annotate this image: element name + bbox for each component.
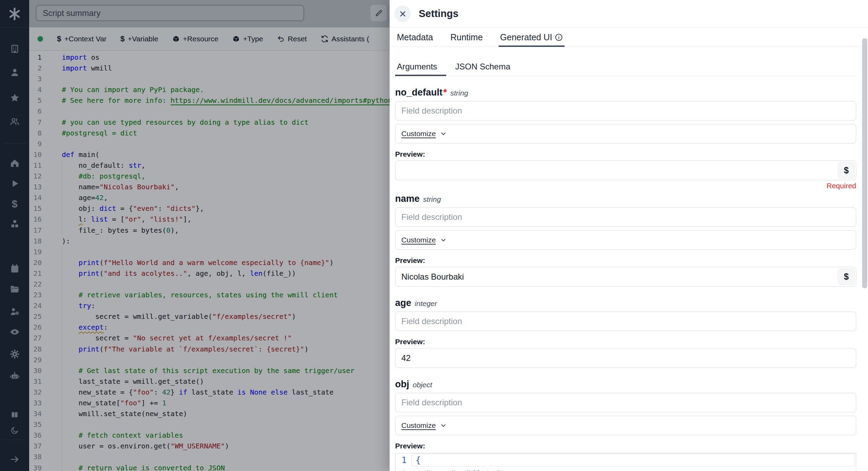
- required-asterisk: *: [443, 86, 447, 98]
- field-no_default: no_default*stringCustomize Preview:$Requ…: [395, 86, 856, 190]
- info-icon: [554, 33, 563, 42]
- preview-label: Preview:: [395, 256, 856, 265]
- chevron-down-icon: [440, 130, 447, 138]
- preview-label: Preview:: [395, 441, 856, 450]
- tab-label: Metadata: [397, 32, 433, 42]
- tab-generated-ui[interactable]: Generated UI: [500, 28, 563, 47]
- field-type: integer: [415, 298, 437, 309]
- fields-container: no_default*stringCustomize Preview:$Requ…: [395, 86, 856, 471]
- field-type: object: [413, 379, 432, 391]
- preview-label: Preview:: [395, 337, 856, 346]
- field-name-preview-input[interactable]: [395, 267, 856, 287]
- field-age: ageintegerPreview:: [395, 297, 856, 368]
- settings-drawer: Settings MetadataRuntimeGenerated UI Arg…: [390, 0, 868, 471]
- field-name-description-input[interactable]: [395, 207, 856, 227]
- field-name: no_default: [395, 86, 443, 98]
- tab-label: Generated UI: [500, 32, 552, 42]
- customize-section: Customize: [395, 124, 856, 143]
- customize-label: Customize: [401, 130, 436, 138]
- field-label: objobject: [395, 378, 856, 391]
- field-no_default-preview-input[interactable]: [395, 160, 856, 180]
- customize-label: Customize: [401, 421, 436, 430]
- json-code-text: "even": "dicts": [411, 467, 856, 471]
- tab-metadata[interactable]: Metadata: [397, 28, 433, 47]
- modal-overlay[interactable]: [0, 0, 390, 471]
- insert-variable-button[interactable]: $: [838, 268, 854, 285]
- drawer-header: Settings: [390, 0, 868, 28]
- customize-section: Customize: [395, 230, 856, 250]
- field-name: namestringCustomize Preview:$: [395, 193, 856, 287]
- field-no_default-description-input[interactable]: [395, 101, 856, 121]
- tab-label: Runtime: [450, 32, 483, 42]
- field-label: ageinteger: [395, 297, 856, 309]
- json-line: 2 "even": "dicts": [395, 467, 856, 471]
- field-name: obj: [395, 378, 409, 390]
- json-preview-editor[interactable]: 1{2 "even": "dicts": [395, 453, 856, 471]
- field-obj: objobjectCustomize Preview:1{2 "even": "…: [395, 378, 856, 471]
- field-name: age: [395, 297, 411, 309]
- customize-toggle[interactable]: Customize: [401, 130, 447, 138]
- json-line: 1{: [395, 453, 856, 467]
- preview-field: $: [395, 160, 856, 180]
- field-label: namestring: [395, 193, 856, 205]
- json-line-number: 2: [395, 467, 411, 471]
- customize-label: Customize: [401, 236, 436, 244]
- chevron-down-icon: [440, 422, 447, 429]
- field-age-preview-input[interactable]: [395, 348, 856, 368]
- field-name: name: [395, 193, 420, 205]
- subtab-arguments[interactable]: Arguments: [395, 58, 446, 76]
- customize-toggle[interactable]: Customize: [401, 236, 447, 244]
- field-type: string: [423, 193, 441, 205]
- field-label: no_default*string: [395, 86, 856, 99]
- generated-ui-subtabs: ArgumentsJSON Schema: [395, 58, 856, 76]
- field-type: string: [450, 87, 468, 99]
- drawer-scrollbar[interactable]: [862, 38, 867, 288]
- close-button[interactable]: [394, 6, 411, 22]
- subtab-json-schema[interactable]: JSON Schema: [446, 58, 519, 76]
- close-icon: [398, 9, 407, 18]
- json-line-number: 1: [395, 453, 411, 467]
- required-note: Required: [395, 182, 856, 190]
- preview-field: [395, 348, 856, 368]
- preview-field: $: [395, 267, 856, 287]
- customize-toggle[interactable]: Customize: [401, 421, 447, 430]
- chevron-down-icon: [440, 236, 447, 244]
- preview-label: Preview:: [395, 150, 856, 158]
- drawer-title: Settings: [419, 8, 458, 19]
- settings-tabs: MetadataRuntimeGenerated UI: [390, 28, 868, 47]
- customize-section: Customize: [395, 416, 856, 435]
- insert-variable-button[interactable]: $: [838, 162, 854, 179]
- tab-runtime[interactable]: Runtime: [450, 28, 483, 47]
- field-obj-description-input[interactable]: [395, 393, 856, 412]
- json-code-text: {: [411, 453, 856, 467]
- field-age-description-input[interactable]: [395, 312, 856, 331]
- drawer-content: ArgumentsJSON Schema no_default*stringCu…: [395, 47, 856, 471]
